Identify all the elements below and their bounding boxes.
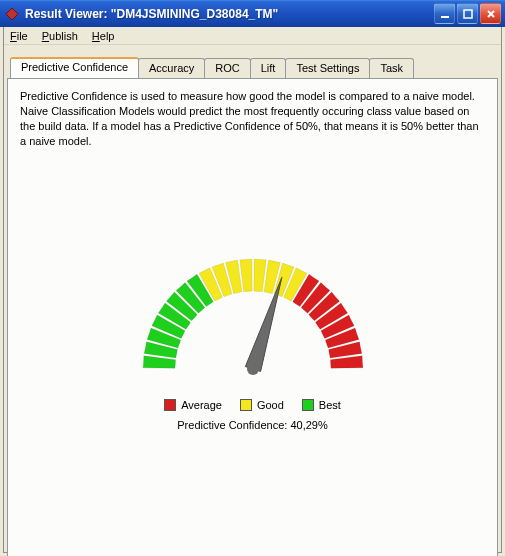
window-title: Result Viewer: "DM4JSMINING_D38084_TM" (25, 7, 434, 21)
legend-average-label: Average (181, 399, 222, 411)
swatch-red-icon (164, 399, 176, 411)
window-controls (434, 3, 501, 24)
tab-predictive-confidence[interactable]: Predictive Confidence (10, 57, 139, 78)
legend-best-label: Best (319, 399, 341, 411)
window-body: File Publish Help Predictive Confidence … (3, 27, 502, 553)
swatch-green-icon (302, 399, 314, 411)
menu-help[interactable]: Help (92, 30, 115, 42)
svg-rect-1 (441, 16, 449, 18)
minimize-button[interactable] (434, 3, 455, 24)
svg-point-6 (247, 363, 259, 375)
legend-good: Good (240, 399, 284, 411)
legend: Average Good Best (113, 399, 393, 411)
gauge-chart (123, 219, 383, 389)
svg-marker-5 (245, 277, 281, 371)
menubar: File Publish Help (4, 27, 501, 45)
legend-good-label: Good (257, 399, 284, 411)
swatch-yellow-icon (240, 399, 252, 411)
tab-roc[interactable]: ROC (204, 58, 250, 79)
svg-marker-0 (6, 8, 18, 20)
app-icon (4, 6, 20, 22)
menu-publish[interactable]: Publish (42, 30, 78, 42)
legend-average: Average (164, 399, 222, 411)
tab-content: Predictive Confidence is used to measure… (7, 78, 498, 556)
description-text: Predictive Confidence is used to measure… (20, 89, 485, 148)
confidence-label: Predictive Confidence: 40,29% (113, 419, 393, 431)
titlebar: Result Viewer: "DM4JSMINING_D38084_TM" (0, 0, 505, 27)
legend-best: Best (302, 399, 341, 411)
tab-lift[interactable]: Lift (250, 58, 287, 79)
tab-strip: Predictive Confidence Accuracy ROC Lift … (7, 57, 498, 78)
maximize-button[interactable] (457, 3, 478, 24)
svg-rect-2 (464, 10, 472, 18)
gauge-area: Average Good Best Predictive Confidence:… (113, 219, 393, 431)
tab-task[interactable]: Task (369, 58, 414, 79)
menu-file[interactable]: File (10, 30, 28, 42)
tab-test-settings[interactable]: Test Settings (285, 58, 370, 79)
close-button[interactable] (480, 3, 501, 24)
tab-accuracy[interactable]: Accuracy (138, 58, 205, 79)
